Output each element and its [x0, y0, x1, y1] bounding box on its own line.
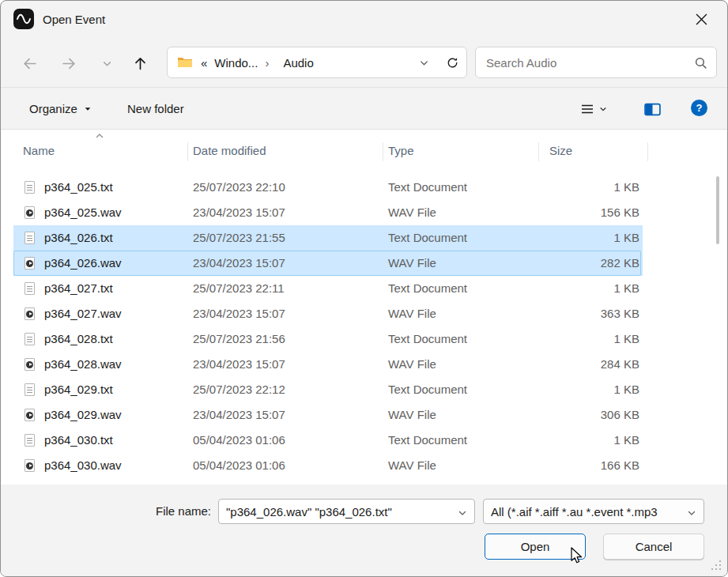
help-button[interactable]: ? — [691, 100, 707, 116]
file-name: p364_029.wav — [44, 402, 122, 428]
file-type: Text Document — [388, 428, 467, 453]
preview-pane-button[interactable] — [642, 99, 662, 119]
column-header-name[interactable]: Name — [23, 138, 55, 164]
file-type: Text Document — [388, 377, 467, 402]
refresh-button[interactable] — [438, 48, 466, 77]
file-name: p364_027.txt — [44, 276, 113, 301]
file-size: 284 KB — [601, 352, 639, 377]
table-row[interactable]: p364_028.wav 23/04/2023 15:07 WAV File 2… — [1, 352, 727, 377]
file-size: 282 KB — [601, 251, 639, 276]
vertical-scrollbar[interactable] — [716, 176, 719, 244]
resize-grip[interactable] — [711, 560, 722, 571]
column-divider[interactable] — [383, 142, 383, 161]
file-icon — [25, 383, 35, 396]
file-list: Name Date modified Type Size p364_025.tx… — [1, 130, 727, 485]
file-name: p364_029.txt — [44, 377, 113, 402]
breadcrumb-overflow[interactable]: « — [201, 56, 207, 70]
file-icon — [25, 282, 35, 295]
file-size: 306 KB — [601, 402, 639, 428]
file-icon — [25, 232, 35, 244]
file-date-modified: 25/07/2023 21:55 — [193, 225, 285, 251]
table-row[interactable]: p364_026.txt 25/07/2023 21:55 Text Docum… — [1, 225, 727, 251]
file-type: WAV File — [388, 301, 436, 326]
column-divider[interactable] — [187, 142, 188, 161]
file-size: 166 KB — [601, 453, 639, 478]
search-box — [475, 47, 717, 78]
table-row[interactable]: p364_026.wav 23/04/2023 15:07 WAV File 2… — [1, 251, 727, 276]
column-header-size[interactable]: Size — [549, 138, 572, 164]
table-row[interactable]: p364_025.txt 25/07/2023 22:10 Text Docum… — [1, 175, 727, 200]
file-size: 363 KB — [601, 301, 639, 326]
cancel-button[interactable]: Cancel — [603, 534, 704, 560]
open-button[interactable]: Open — [485, 534, 586, 560]
folder-icon — [177, 56, 193, 69]
file-type-dropdown[interactable]: All (*.aif *.aiff *.au *.event *.mp3 — [483, 499, 704, 524]
back-button[interactable] — [17, 51, 42, 76]
file-name-combobox — [218, 499, 475, 524]
window-title: Open Event — [43, 13, 105, 26]
file-icon — [25, 333, 35, 345]
table-row[interactable]: p364_025.wav 23/04/2023 15:07 WAV File 1… — [1, 200, 727, 225]
search-input[interactable] — [476, 47, 716, 77]
question-mark-icon: ? — [696, 102, 703, 114]
breadcrumb-current[interactable]: Audio — [283, 56, 313, 70]
file-icon — [25, 307, 35, 320]
file-name: p364_028.wav — [44, 352, 122, 377]
file-size: 1 KB — [613, 428, 639, 453]
table-row[interactable]: p364_029.wav 23/04/2023 15:07 WAV File 3… — [1, 402, 727, 428]
recent-locations-button[interactable] — [94, 51, 119, 76]
forward-button[interactable] — [56, 51, 81, 76]
new-folder-button[interactable]: New folder — [118, 96, 194, 122]
file-icon — [25, 358, 35, 371]
file-date-modified: 23/04/2023 15:07 — [193, 352, 285, 377]
file-size: 1 KB — [613, 175, 639, 200]
chevron-right-icon: › — [265, 56, 269, 70]
list-header: Name Date modified Type Size — [1, 138, 727, 164]
file-type: Text Document — [388, 276, 467, 301]
file-name: p364_026.wav — [44, 251, 122, 276]
file-type: WAV File — [388, 402, 436, 428]
file-date-modified: 23/04/2023 15:07 — [193, 301, 285, 326]
refresh-icon — [446, 56, 459, 70]
chevron-down-icon — [84, 105, 92, 113]
chevron-down-icon — [599, 105, 607, 113]
address-bar[interactable]: « Windo... › Audio — [167, 47, 467, 78]
file-date-modified: 25/07/2023 22:12 — [193, 377, 285, 402]
table-row[interactable]: p364_027.txt 25/07/2023 22:11 Text Docum… — [1, 276, 727, 301]
file-size: 1 KB — [613, 326, 639, 352]
organize-label: Organize — [29, 102, 77, 115]
organize-button[interactable]: Organize — [20, 96, 101, 122]
file-date-modified: 23/04/2023 15:07 — [193, 251, 285, 276]
file-name: p364_028.txt — [44, 326, 113, 352]
arrow-up-icon — [133, 56, 148, 71]
up-button[interactable] — [127, 51, 153, 76]
address-dropdown-button[interactable] — [409, 48, 438, 77]
open-event-dialog: Open Event « Windo... › Audio — [0, 0, 728, 577]
table-row[interactable]: p364_027.wav 23/04/2023 15:07 WAV File 3… — [1, 301, 727, 326]
file-name-input[interactable] — [219, 500, 474, 523]
preview-pane-icon — [644, 103, 661, 116]
file-date-modified: 25/07/2023 22:10 — [193, 175, 285, 200]
file-icon — [25, 434, 35, 447]
column-divider[interactable] — [538, 142, 539, 161]
column-divider[interactable] — [647, 142, 648, 161]
file-size: 156 KB — [601, 200, 639, 225]
file-icon — [25, 206, 35, 219]
column-header-type[interactable]: Type — [388, 138, 414, 164]
table-row[interactable]: p364_028.txt 25/07/2023 21:56 Text Docum… — [1, 326, 727, 352]
column-header-date-modified[interactable]: Date modified — [193, 138, 266, 164]
view-options-button[interactable] — [575, 99, 612, 119]
file-type-value: All (*.aif *.aiff *.au *.event *.mp3 — [491, 500, 686, 524]
table-row[interactable]: p364_029.txt 25/07/2023 22:12 Text Docum… — [1, 377, 727, 402]
arrow-right-icon — [62, 56, 77, 71]
table-row[interactable]: p364_030.wav 05/04/2023 01:06 WAV File 1… — [1, 453, 727, 478]
file-size: 1 KB — [613, 225, 639, 251]
list-view-icon — [580, 102, 594, 116]
file-name: p364_030.txt — [44, 428, 113, 453]
file-icon — [25, 257, 35, 270]
chevron-down-icon[interactable] — [458, 508, 467, 518]
close-button[interactable] — [688, 6, 715, 32]
breadcrumb-parent[interactable]: Windo... — [214, 56, 258, 70]
file-date-modified: 05/04/2023 01:06 — [193, 428, 285, 453]
table-row[interactable]: p364_030.txt 05/04/2023 01:06 Text Docum… — [1, 428, 727, 453]
